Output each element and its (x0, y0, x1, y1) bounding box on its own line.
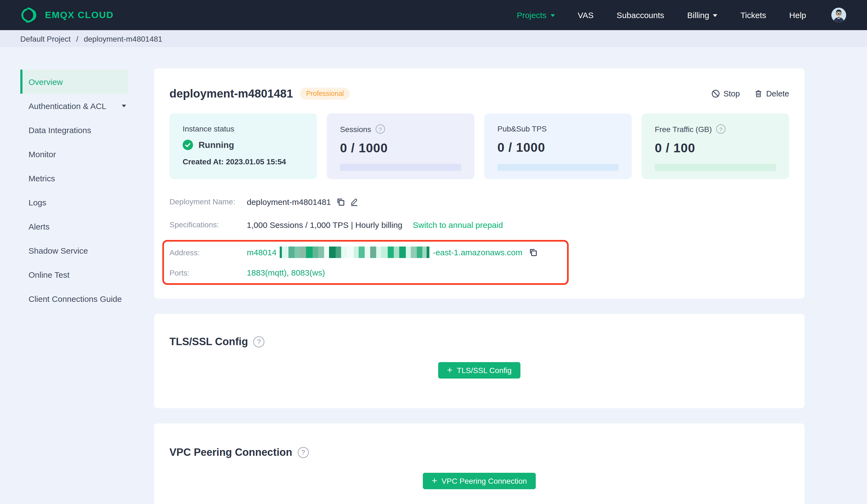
chevron-down-icon (122, 105, 126, 110)
emqx-cloud-console: EMQX CLOUD Projects VAS Subaccounts Bill… (0, 0, 867, 504)
nav-item-projects[interactable]: Projects (517, 10, 555, 20)
delete-button[interactable]: Delete (754, 89, 789, 98)
plan-badge: Professional (300, 88, 350, 100)
sidebar-item-online-test[interactable]: Online Test (20, 262, 128, 286)
plus-icon: + (447, 365, 452, 375)
instance-status-card: Instance status Running Created At: 2023… (170, 113, 317, 179)
deployment-name-row: Deployment Name: deployment-m4801481 (170, 190, 789, 213)
sessions-card: Sessions 0 / 1000 (327, 113, 474, 179)
avatar[interactable] (831, 8, 846, 22)
status-text: Running (199, 140, 234, 150)
sidebar-item-client-connections-guide[interactable]: Client Connections Guide (20, 286, 128, 311)
breadcrumb-current: deployment-m4801481 (84, 34, 162, 43)
add-vpc-peering-button[interactable]: + VPC Peering Connection (423, 473, 535, 489)
sidebar-item-logs[interactable]: Logs (20, 190, 128, 214)
emqx-logo-icon (20, 6, 38, 24)
deployment-title: deployment-m4801481 (170, 87, 293, 100)
specifications-value: 1,000 Sessions / 1,000 TPS | Hourly bill… (247, 220, 403, 229)
plus-icon: + (431, 476, 437, 485)
switch-annual-prepaid-link[interactable]: Switch to annual prepaid (413, 220, 503, 229)
tls-ssl-section: TLS/SSL Config + TLS/SSL Config (154, 314, 804, 408)
chevron-down-icon (713, 14, 717, 19)
brand-name: EMQX CLOUD (45, 10, 114, 21)
deployment-name-value: deployment-m4801481 (247, 197, 331, 206)
traffic-value: 0 / 100 (655, 141, 776, 156)
copy-icon[interactable] (528, 248, 537, 257)
chevron-down-icon (550, 14, 555, 19)
sidebar-item-data-integrations[interactable]: Data Integrations (20, 118, 128, 142)
deployment-details: Deployment Name: deployment-m4801481 (170, 190, 789, 285)
sessions-progress-bar (340, 164, 461, 171)
ports-value: 1883(mqtt), 8083(ws) (247, 268, 325, 277)
sidebar-item-shadow-service[interactable]: Shadow Service (20, 238, 128, 262)
ports-row: Ports: 1883(mqtt), 8083(ws) (170, 262, 567, 283)
nav-item-help[interactable]: Help (789, 10, 806, 20)
tls-title: TLS/SSL Config (170, 336, 248, 348)
address-redacted-pixelation (280, 246, 429, 258)
nav-item-tickets[interactable]: Tickets (740, 10, 766, 20)
stop-icon (711, 89, 720, 98)
main-content: deployment-m4801481 Professional Stop (152, 47, 867, 504)
top-nav-menu: Projects VAS Subaccounts Billing Tickets… (517, 8, 846, 22)
free-traffic-card: Free Traffic (GB) 0 / 100 (642, 113, 789, 179)
traffic-progress-bar (655, 164, 776, 171)
vpc-title: VPC Peering Connection (170, 447, 292, 459)
address-suffix: -east-1.amazonaws.com (433, 248, 522, 257)
stop-button[interactable]: Stop (711, 89, 740, 98)
vpc-peering-section: VPC Peering Connection + VPC Peering Con… (154, 424, 804, 504)
tps-value: 0 / 1000 (497, 140, 619, 155)
tps-progress-bar (497, 164, 619, 171)
trash-icon (754, 89, 763, 98)
nav-item-subaccounts[interactable]: Subaccounts (617, 10, 664, 20)
nav-item-billing[interactable]: Billing (687, 10, 717, 20)
address-row: Address: m48014-east-1.amazonaws.com (170, 242, 567, 262)
check-circle-icon (183, 140, 193, 150)
help-icon[interactable] (253, 336, 264, 347)
stat-cards: Instance status Running Created At: 2023… (170, 113, 789, 179)
add-tls-ssl-config-button[interactable]: + TLS/SSL Config (438, 362, 521, 379)
sidebar-item-monitor[interactable]: Monitor (20, 142, 128, 166)
deployment-overview-card: deployment-m4801481 Professional Stop (154, 68, 804, 298)
specifications-row: Specifications: 1,000 Sessions / 1,000 T… (170, 213, 789, 236)
sessions-value: 0 / 1000 (340, 141, 461, 156)
help-icon[interactable] (376, 124, 385, 134)
red-annotation-box: Address: m48014-east-1.amazonaws.com (162, 240, 569, 285)
sidebar: Overview Authentication & ACL Data Integ… (0, 47, 152, 311)
pubsub-tps-card: Pub&Sub TPS 0 / 1000 (484, 113, 632, 179)
top-navbar: EMQX CLOUD Projects VAS Subaccounts Bill… (0, 0, 867, 30)
sidebar-item-metrics[interactable]: Metrics (20, 166, 128, 190)
brand-logo[interactable]: EMQX CLOUD (20, 6, 114, 24)
help-icon[interactable] (716, 124, 726, 134)
edit-icon[interactable] (350, 197, 359, 206)
breadcrumb-project[interactable]: Default Project (20, 34, 71, 43)
address-prefix: m48014 (247, 248, 276, 257)
copy-icon[interactable] (336, 197, 345, 206)
nav-item-vas[interactable]: VAS (578, 10, 593, 20)
sidebar-item-alerts[interactable]: Alerts (20, 214, 128, 238)
created-at: Created At: 2023.01.05 15:54 (183, 157, 304, 166)
breadcrumb-separator: / (76, 34, 78, 43)
help-icon[interactable] (298, 447, 309, 458)
sidebar-item-authentication-acl[interactable]: Authentication & ACL (20, 94, 128, 118)
sidebar-item-overview[interactable]: Overview (20, 69, 128, 94)
breadcrumb: Default Project / deployment-m4801481 (0, 30, 867, 47)
